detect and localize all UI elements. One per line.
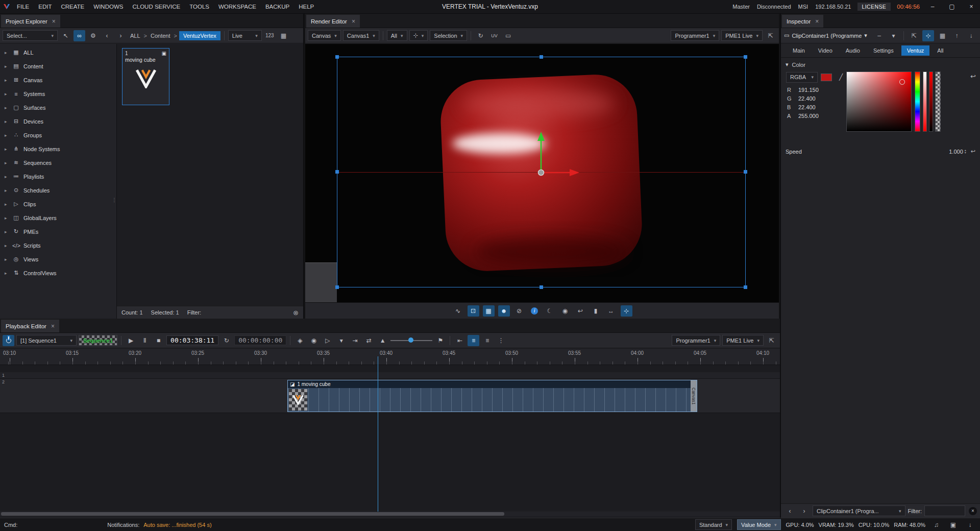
render-viewport[interactable] <box>305 44 779 303</box>
channel-value[interactable]: 191.150 <box>798 87 819 93</box>
history-back-button[interactable]: ‹ <box>784 505 796 517</box>
audio-button[interactable]: ♫ <box>930 519 942 530</box>
tree-item[interactable]: ▸ ≔ Playlists <box>0 170 116 183</box>
history-forward-button[interactable]: › <box>798 505 810 517</box>
expand-chevron-icon[interactable]: ▸ <box>5 105 9 110</box>
menu-item[interactable]: EDIT <box>34 4 56 10</box>
color-section-header[interactable]: ▾ Color <box>781 58 980 71</box>
resize-handle[interactable] <box>540 285 543 289</box>
menu-item[interactable]: FILE <box>12 4 34 10</box>
splitter-handle[interactable]: ⋮ <box>112 197 117 203</box>
playhead[interactable] <box>378 356 378 513</box>
transform-gizmo[interactable] <box>490 122 592 224</box>
download-button[interactable]: ↓ <box>964 519 976 530</box>
tree-item[interactable]: ▸ ⇅ ControlViews <box>0 266 116 280</box>
reset-view-button[interactable]: ↩ <box>575 305 586 317</box>
pause-button[interactable]: Ⅱ <box>139 335 151 346</box>
shuffle-button[interactable]: ⇄ <box>363 335 375 346</box>
tab-project-explorer[interactable]: Project Explorer × <box>1 15 60 28</box>
menu-item[interactable]: CREATE <box>57 4 89 10</box>
next-node-button[interactable]: ↓ <box>965 30 977 41</box>
loop-button[interactable]: ↻ <box>220 335 232 346</box>
resize-handle[interactable] <box>335 170 339 174</box>
gizmo-toggle-button[interactable]: ⊹ <box>621 305 632 317</box>
uv-mode-button[interactable]: UV <box>488 30 500 41</box>
scrollbar-thumb[interactable] <box>1 512 504 516</box>
expand-chevron-icon[interactable]: ▸ <box>5 271 9 276</box>
show-grid-button[interactable]: ▦ <box>483 305 495 317</box>
tab-settings[interactable]: Settings <box>868 45 899 56</box>
chevron-down-icon[interactable]: ▾ <box>864 32 867 39</box>
expand-chevron-icon[interactable]: ▸ <box>5 133 9 138</box>
menu-item[interactable]: WORKSPACE <box>214 4 261 10</box>
keyframe-button[interactable]: ▲ <box>377 335 388 346</box>
canvas-type-dropdown[interactable]: Canvas ▾ <box>308 30 341 41</box>
resize-handle[interactable] <box>744 285 747 289</box>
previous-node-button[interactable]: ↑ <box>951 30 963 41</box>
expand-chevron-icon[interactable]: ▸ <box>5 229 9 234</box>
channel-row[interactable]: G 22.400 <box>787 95 819 102</box>
color-mode-dropdown[interactable]: RGBA ▾ <box>786 72 818 83</box>
y-axis-arrow[interactable] <box>537 132 545 141</box>
tree-item[interactable]: ▸ ↻ PMEs <box>0 225 116 238</box>
pick-cursor-button[interactable]: ↖ <box>60 30 71 41</box>
follow-playhead-button[interactable]: ≡ <box>468 335 479 346</box>
close-button[interactable]: × <box>965 3 978 10</box>
tint-slider[interactable] <box>923 71 927 132</box>
collapse-button[interactable]: – <box>873 30 885 41</box>
tab-render-editor[interactable]: Render Editor × <box>306 15 360 28</box>
breadcrumb-current[interactable]: VentuzVertex <box>179 31 220 40</box>
pick-in-viewport-button[interactable]: ⊡ <box>468 305 479 317</box>
timeline-ruler[interactable]: 03:1003:1503:2003:2503:3003:3503:4003:45… <box>0 349 780 365</box>
show-info-button[interactable]: i <box>529 305 541 317</box>
tab-audio[interactable]: Audio <box>840 45 866 56</box>
channel-row[interactable]: A 255.000 <box>787 113 819 119</box>
render-mode-dropdown[interactable]: Standard ▾ <box>695 519 732 530</box>
timeline-tracks[interactable]: 1 2 ◪ 1 moving cube Canvas1 <box>0 365 780 511</box>
tab-video[interactable]: Video <box>813 45 838 56</box>
programmer-dropdown[interactable]: Programmer1 ▾ <box>672 335 720 346</box>
tree-item[interactable]: ▸ ⊟ Devices <box>0 114 116 128</box>
detach-panel-button[interactable]: ⇱ <box>765 30 776 41</box>
zoom-slider[interactable] <box>390 335 432 346</box>
follow-selection-button[interactable]: ⊹ <box>922 30 934 41</box>
expand-chevron-icon[interactable]: ▸ <box>5 188 9 193</box>
canvas-name-dropdown[interactable]: Canvas1 ▾ <box>343 30 379 41</box>
menu-item[interactable]: TOOLS <box>185 4 214 10</box>
nav-back-button[interactable]: ‹ <box>101 30 113 41</box>
insert-clip-button[interactable]: ⇥ <box>349 335 361 346</box>
license-button[interactable]: LICENSE <box>857 3 891 11</box>
select-dropdown[interactable]: Select... ▾ <box>3 30 58 41</box>
maximize-button[interactable]: ▢ <box>945 3 959 10</box>
resize-handle[interactable] <box>335 285 339 289</box>
disable-render-button[interactable]: ⊘ <box>513 305 525 317</box>
night-mode-button[interactable]: ☾ <box>544 305 556 317</box>
vertical-ruler-button[interactable]: ▮ <box>590 305 602 317</box>
color-swatch[interactable] <box>821 74 832 81</box>
channel-value[interactable]: 22.400 <box>798 104 816 110</box>
sequence-color-chip[interactable]: Sequence1 <box>79 335 117 346</box>
clip-canvas-tag[interactable]: Canvas1 <box>691 380 697 412</box>
menu-item[interactable]: BACKUP <box>261 4 294 10</box>
slider-thumb[interactable] <box>408 337 413 343</box>
filter-input[interactable] <box>924 505 965 516</box>
timeline-horizontal-scrollbar[interactable] <box>0 512 780 516</box>
speed-value[interactable]: 1.000 <box>949 149 963 155</box>
grid-options-button[interactable]: ▦ <box>937 30 948 41</box>
more-options-button[interactable]: ▾ <box>888 30 899 41</box>
reset-speed-button[interactable]: ↩ <box>971 148 975 155</box>
step-down-icon[interactable]: ▾ <box>965 152 966 154</box>
tree-item[interactable]: ▸ ⋔ Node Systems <box>0 142 116 156</box>
tab-ventuz[interactable]: Ventuz <box>901 45 930 56</box>
tab-inspector[interactable]: Inspector × <box>782 15 823 28</box>
channel-value[interactable]: 255.000 <box>798 113 819 119</box>
nav-forward-button[interactable]: › <box>115 30 127 41</box>
tree-item[interactable]: ▸ </> Scripts <box>0 238 116 252</box>
x-axis-arrow[interactable] <box>570 169 579 176</box>
menu-item[interactable]: HELP <box>294 4 318 10</box>
track-row-1[interactable]: 1 <box>0 372 780 379</box>
close-icon[interactable]: × <box>51 323 55 330</box>
stop-button[interactable]: ■ <box>153 335 164 346</box>
snapshot-button[interactable]: ◉ <box>559 305 571 317</box>
channel-row[interactable]: R 191.150 <box>787 87 819 93</box>
